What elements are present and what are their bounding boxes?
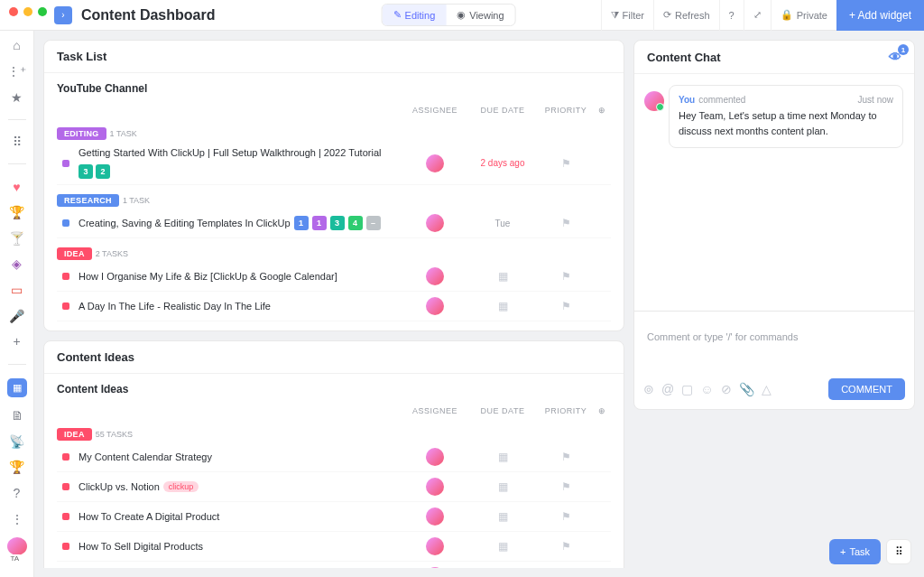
task-badge[interactable]: 3	[330, 216, 345, 230]
watchers-button[interactable]: 👁1	[889, 50, 901, 64]
expand-button[interactable]: ⤢	[744, 0, 771, 31]
refresh-button[interactable]: ⟳Refresh	[653, 0, 719, 31]
assignee-avatar[interactable]	[426, 214, 444, 232]
star-icon[interactable]: ★	[9, 89, 25, 105]
task-badge[interactable]: 1	[294, 216, 309, 230]
task-due-date[interactable]: ▦	[467, 451, 539, 463]
task-priority[interactable]: ⚑	[539, 510, 593, 523]
task-status-square[interactable]	[62, 273, 69, 280]
cocktail-icon[interactable]: 🍸	[9, 231, 25, 247]
task-name[interactable]: How To Sell Digital Products	[79, 541, 403, 552]
group-tag-idea[interactable]: IDEA	[57, 428, 92, 441]
assignee-avatar[interactable]	[426, 448, 444, 466]
task-name[interactable]: Getting Started With ClickUp | Full Setu…	[79, 147, 403, 179]
task-assignee[interactable]	[403, 567, 467, 568]
task-row[interactable]: Create A Digital Product With Me ▦ ⚑	[57, 562, 611, 568]
close-dot[interactable]	[9, 7, 18, 16]
task-assignee[interactable]	[403, 448, 467, 466]
calendar-icon[interactable]: ▦	[498, 540, 508, 553]
new-task-button[interactable]: + Task	[829, 539, 881, 564]
group-tag[interactable]: EDITING	[57, 127, 106, 140]
task-due-date[interactable]: ▦	[467, 300, 539, 312]
task-priority[interactable]: ⚑	[539, 451, 593, 463]
comment-button[interactable]: COMMENT	[828, 378, 905, 400]
heart-icon[interactable]: ♥	[9, 179, 25, 194]
calendar-icon[interactable]: ▦	[498, 480, 508, 493]
minimize-dot[interactable]	[23, 7, 32, 16]
task-due-date[interactable]: ▦	[467, 510, 539, 523]
screen-icon[interactable]: ▭	[9, 283, 25, 298]
maximize-dot[interactable]	[38, 7, 47, 16]
task-badge[interactable]: 3	[79, 164, 93, 179]
user-avatar[interactable]	[7, 537, 27, 555]
task-due-date[interactable]: ▦	[467, 480, 539, 493]
task-priority[interactable]: ⚑	[539, 540, 593, 553]
message-avatar[interactable]	[644, 91, 664, 111]
filter-button[interactable]: ⧩Filter	[601, 0, 653, 31]
notifications-icon[interactable]: ⋮⁺	[9, 64, 25, 79]
task-status-square[interactable]	[62, 543, 69, 550]
task-priority[interactable]: ⚑	[539, 217, 593, 229]
task-row[interactable]: ClickUp vs. Notion clickup ▦ ⚑	[57, 472, 611, 502]
grid-icon[interactable]: ⠿	[9, 135, 25, 150]
task-row[interactable]: My Content Calendar Strategy ▦ ⚑	[57, 442, 611, 472]
task-priority[interactable]: ⚑	[539, 300, 593, 312]
task-status-square[interactable]	[62, 219, 69, 227]
viewing-mode-button[interactable]: ◉Viewing	[446, 5, 514, 25]
editing-mode-button[interactable]: ✎Editing	[383, 5, 447, 25]
assignee-avatar[interactable]	[426, 567, 444, 568]
add-column-button[interactable]: ⊕	[593, 106, 611, 115]
assignee-avatar[interactable]	[426, 297, 444, 315]
task-assignee[interactable]	[403, 537, 467, 555]
task-row[interactable]: Getting Started With ClickUp | Full Setu…	[57, 142, 611, 185]
message-author[interactable]: You	[679, 95, 695, 105]
add-column-button[interactable]: ⊕	[593, 406, 611, 415]
assignee-avatar[interactable]	[426, 478, 444, 496]
task-row[interactable]: How To Sell Digital Products ▦ ⚑	[57, 532, 611, 562]
help-icon[interactable]: ?	[9, 486, 25, 501]
home-icon[interactable]: ⌂	[9, 38, 25, 53]
task-row[interactable]: Creating, Saving & Editing Templates In …	[57, 209, 611, 238]
task-tag[interactable]: clickup	[163, 481, 199, 492]
group-tag[interactable]: IDEA	[57, 247, 92, 260]
task-assignee[interactable]	[403, 507, 467, 526]
calendar-icon[interactable]: ▦	[498, 510, 508, 523]
task-name[interactable]: ClickUp vs. Notion clickup	[79, 481, 403, 492]
task-status-square[interactable]	[62, 513, 69, 520]
task-name[interactable]: How I Organise My Life & Biz [ClickUp & …	[79, 271, 403, 282]
task-status-square[interactable]	[62, 453, 69, 461]
task-icon[interactable]: ▢	[681, 382, 693, 396]
task-priority[interactable]: ⚑	[539, 480, 593, 493]
task-assignee[interactable]	[403, 214, 467, 232]
at-icon[interactable]: @	[661, 382, 674, 396]
task-row[interactable]: How To Create A Digital Product ▦ ⚑	[57, 502, 611, 532]
more-icon[interactable]: ⋮	[9, 511, 25, 526]
assignee-avatar[interactable]	[426, 267, 444, 285]
task-name[interactable]: My Content Calendar Strategy	[79, 451, 403, 462]
task-priority[interactable]: ⚑	[539, 157, 593, 170]
emoji-icon[interactable]: ☺	[700, 382, 713, 396]
task-row[interactable]: How I Organise My Life & Biz [ClickUp & …	[57, 262, 611, 292]
task-row[interactable]: A Day In The Life - Realistic Day In The…	[57, 292, 611, 321]
task-status-square[interactable]	[62, 302, 69, 310]
nav-forward-button[interactable]: ›	[54, 6, 72, 24]
add-widget-button[interactable]: + Add widget	[836, 0, 924, 31]
task-badge[interactable]: 2	[96, 164, 110, 179]
task-name[interactable]: How To Create A Digital Product	[79, 511, 403, 522]
task-assignee[interactable]	[403, 154, 467, 172]
task-due-date[interactable]: ▦	[467, 270, 539, 283]
task-status-square[interactable]	[62, 483, 69, 490]
apps-button[interactable]: ⠿	[886, 539, 911, 564]
goals-icon[interactable]: 🏆	[9, 460, 25, 475]
docs-icon[interactable]: 🗎	[9, 408, 25, 423]
group-tag[interactable]: RESEARCH	[57, 194, 119, 207]
task-badge[interactable]: 1	[312, 216, 327, 230]
trophy-icon[interactable]: 🏆	[9, 205, 25, 220]
task-badge[interactable]: 4	[348, 216, 363, 230]
private-button[interactable]: 🔒Private	[771, 0, 836, 31]
task-due-date[interactable]: 2 days ago	[467, 158, 539, 168]
pulse-icon[interactable]: 📡	[9, 433, 25, 449]
task-assignee[interactable]	[403, 478, 467, 496]
task-name[interactable]: Creating, Saving & Editing Templates In …	[79, 216, 403, 230]
drive-icon[interactable]: △	[762, 382, 772, 396]
